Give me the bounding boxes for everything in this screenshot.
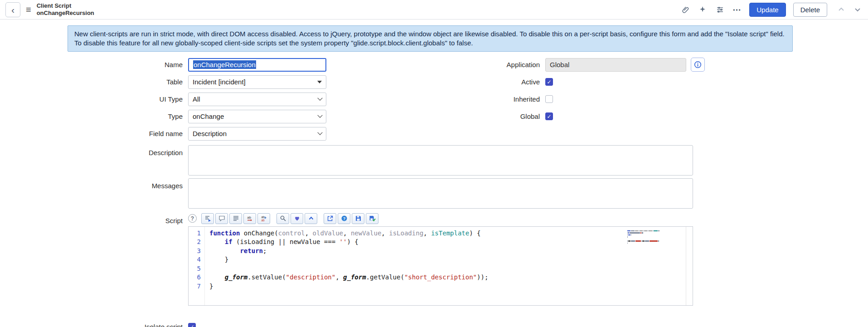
update-button[interactable]: Update [749,3,786,17]
inherited-checkbox[interactable] [545,95,553,103]
personalize-wand-icon[interactable] [698,5,708,15]
application-input-value: Global [550,61,569,68]
strict-mode-info-banner: New client-scripts are run in strict mod… [68,25,793,52]
chevron-down-icon [317,112,322,117]
field-name-label: Field name [61,130,188,137]
script-help-button[interactable]: ? [338,213,350,224]
ui-type-field-row: UI Type All [61,91,326,108]
editor-scrollbar-track[interactable] [686,227,686,305]
messages-textarea[interactable] [188,178,693,209]
active-checkbox[interactable]: ✓ [545,78,553,86]
ui-type-select-value: All [193,95,200,103]
format-code-button[interactable] [201,213,214,224]
editor-minimap [627,230,665,244]
personalize-form-sliders-icon[interactable] [715,5,725,15]
name-input[interactable]: onChangeRecursion [188,58,326,72]
inherited-label: Inherited [455,95,545,103]
svg-text:ab: ab [261,219,265,222]
global-checkbox[interactable]: ✓ [545,112,553,120]
record-title: Client Script onChangeRecursion [37,2,94,16]
type-field-row: Type onChange [61,108,326,125]
field-name-select-value: Description [193,130,227,137]
global-field-row: Global ✓ [455,108,705,125]
description-field-row: Description [61,145,814,176]
isolate-script-label: Isolate script [61,323,188,327]
type-select[interactable]: onChange [188,110,326,123]
script-label: Script [61,213,188,225]
name-label: Name [61,61,188,68]
chevron-down-icon [317,81,322,83]
description-label: Description [61,145,188,156]
favorite-macro-heart-button[interactable] [291,213,303,224]
script-field-row: Script ? ab abab [61,213,814,306]
messages-label: Messages [61,178,188,190]
collapse-chevron-up-button[interactable] [305,213,317,224]
chevron-down-icon [317,95,322,100]
next-record-chevron-down-icon[interactable] [853,5,863,15]
script-editor-toolbar: ? ab abab [188,213,693,224]
isolate-script-checkbox[interactable]: ✓ [188,323,196,327]
ui-type-select[interactable]: All [188,93,326,106]
messages-field-row: Messages [61,178,814,209]
save-and-check-syntax-button[interactable] [366,213,378,224]
client-script-form: Name onChangeRecursion Table Incident [i… [61,56,814,327]
ui-type-label: UI Type [61,95,188,103]
field-name-field-row: Field name Description [61,125,326,142]
chevron-down-icon [317,130,322,135]
open-in-window-button[interactable] [324,213,336,224]
application-info-button[interactable] [691,58,705,72]
type-label: Type [61,112,188,120]
script-code-editor[interactable]: 1234567 function onChange(control, oldVa… [188,226,693,306]
toggle-comment-button[interactable] [215,213,228,224]
wrap-lines-button[interactable] [229,213,242,224]
more-options-icon[interactable]: ⋯ [732,5,742,15]
record-type-label: Client Script [37,2,94,10]
name-input-value: onChangeRecursion [193,60,256,69]
replace-all-button[interactable]: abab [257,213,270,224]
application-input: Global [545,58,686,72]
context-menu-icon[interactable]: ≡ [26,5,31,15]
active-label: Active [455,78,545,86]
svg-text:?: ? [343,216,345,221]
table-select-value: Incident [incident] [193,78,246,86]
table-label: Table [61,78,188,86]
attachment-icon[interactable] [680,5,690,15]
name-field-row: Name onChangeRecursion [61,56,326,73]
field-name-select[interactable]: Description [188,127,326,141]
application-label: Application [455,61,545,68]
record-name-label: onChangeRecursion [37,10,94,17]
active-field-row: Active ✓ [455,73,705,91]
type-select-value: onChange [193,112,224,120]
svg-text:ab: ab [247,215,251,220]
replace-button[interactable]: ab [243,213,256,224]
form-header: ‹ ≡ Client Script onChangeRecursion ⋯ Up… [0,0,868,20]
description-textarea[interactable] [188,145,693,176]
inherited-field-row: Inherited [455,91,705,108]
table-field-row: Table Incident [incident] [61,73,326,91]
delete-button[interactable]: Delete [793,3,827,17]
search-button[interactable] [276,213,289,224]
editor-help-icon[interactable]: ? [188,214,197,223]
global-label: Global [455,112,545,120]
gutter: 1234567 [189,227,205,305]
previous-record-chevron-up-icon[interactable] [836,5,846,15]
save-button-icon[interactable] [352,213,364,224]
isolate-script-field-row: Isolate script ✓ [61,318,814,327]
code-lines[interactable]: function onChange(control, oldValue, new… [205,227,488,305]
application-field-row: Application Global [455,56,705,73]
table-select[interactable]: Incident [incident] [188,75,326,89]
back-button[interactable]: ‹ [5,2,20,17]
